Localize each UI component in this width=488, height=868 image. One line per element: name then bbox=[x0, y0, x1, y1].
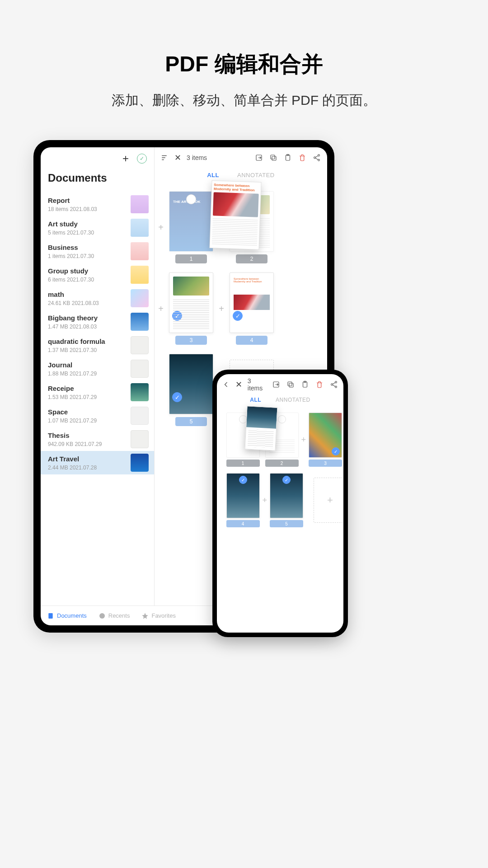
page-number: 1 bbox=[175, 254, 207, 263]
select-ring-checked[interactable] bbox=[332, 447, 340, 455]
document-thumb bbox=[131, 454, 149, 472]
document-item[interactable]: Journal1.88 MB 2021.07.29 bbox=[41, 357, 154, 380]
copy-icon[interactable] bbox=[286, 380, 295, 389]
document-item[interactable]: math24.61 KB 2021.08.03 bbox=[41, 286, 154, 310]
back-icon[interactable] bbox=[222, 380, 230, 389]
insert-slot[interactable]: + bbox=[301, 435, 306, 445]
trash-icon[interactable] bbox=[315, 380, 324, 389]
trash-icon[interactable] bbox=[298, 154, 306, 162]
document-thumb bbox=[131, 360, 149, 378]
nav-label: Favorites bbox=[151, 612, 175, 619]
document-meta: 24.61 KB 2021.08.03 bbox=[48, 300, 131, 306]
document-meta: 1.37 MB 2021.07.30 bbox=[48, 347, 131, 353]
page-number: 1 bbox=[226, 460, 260, 467]
dragging-page[interactable]: Somewhere between Modernity and Traditio… bbox=[209, 180, 261, 250]
document-thumb bbox=[131, 430, 149, 448]
document-name: Bigbang theory bbox=[48, 314, 131, 322]
grid-row: + 4 + 5 + + bbox=[217, 470, 343, 530]
insert-slot[interactable]: + bbox=[156, 222, 165, 233]
svg-rect-12 bbox=[288, 382, 292, 386]
add-button[interactable]: + bbox=[122, 152, 129, 165]
paste-icon[interactable] bbox=[284, 154, 292, 162]
document-name: Group study bbox=[48, 267, 131, 275]
document-meta: 2.44 MB 2021.07.28 bbox=[48, 464, 131, 471]
document-item[interactable]: Space1.07 MB 2021.07.29 bbox=[41, 404, 154, 427]
document-item[interactable]: Art study5 items 2021.07.30 bbox=[41, 216, 154, 239]
page-card[interactable]: 4 bbox=[226, 473, 260, 527]
select-ring[interactable] bbox=[278, 415, 286, 423]
page-card[interactable]: 5 bbox=[270, 473, 303, 527]
select-ring-checked[interactable] bbox=[239, 476, 247, 484]
hero-subtitle: 添加、删除、移动、简单合并 PDF 的页面。 bbox=[0, 91, 488, 110]
dragging-page[interactable] bbox=[245, 406, 278, 450]
close-icon[interactable]: ✕ bbox=[235, 380, 242, 389]
share-icon[interactable] bbox=[313, 154, 321, 162]
document-thumb bbox=[131, 383, 149, 401]
document-name: Receipe bbox=[48, 385, 131, 392]
share-icon[interactable] bbox=[330, 380, 338, 389]
select-ring-checked[interactable] bbox=[233, 311, 243, 321]
document-item[interactable]: Thesis942.09 KB 2021.07.29 bbox=[41, 427, 154, 451]
document-item[interactable]: Report18 items 2021.08.03 bbox=[41, 192, 154, 216]
document-name: Journal bbox=[48, 361, 131, 369]
page-thumb bbox=[309, 413, 342, 458]
sort-icon[interactable] bbox=[161, 154, 169, 162]
page-thumb bbox=[270, 473, 303, 518]
document-name: math bbox=[48, 291, 131, 298]
page-card[interactable]: 5 bbox=[169, 354, 213, 426]
content-toolbar: ✕ 3 items bbox=[155, 147, 327, 165]
document-meta: 942.09 KB 2021.07.29 bbox=[48, 441, 131, 447]
tab-all[interactable]: ALL bbox=[207, 172, 219, 178]
add-page-slot[interactable]: + bbox=[314, 478, 343, 523]
nav-documents[interactable]: Documents bbox=[47, 612, 87, 619]
tab-annotated[interactable]: ANNOTATED bbox=[237, 172, 275, 178]
document-item[interactable]: Receipe1.53 MB 2021.07.29 bbox=[41, 380, 154, 404]
document-name: quadratic formula bbox=[48, 338, 131, 345]
document-name: Art Travel bbox=[48, 455, 131, 463]
sidebar-title: Documents bbox=[41, 165, 154, 192]
phone-screen: ✕ 3 items ALL bbox=[217, 374, 343, 633]
page-card[interactable]: 1 bbox=[169, 191, 213, 263]
document-meta: 6 items 2021.07.30 bbox=[48, 277, 131, 283]
document-name: Thesis bbox=[48, 432, 131, 439]
select-mode-button[interactable] bbox=[137, 154, 147, 164]
page-number: 5 bbox=[270, 520, 303, 527]
copy-icon[interactable] bbox=[269, 154, 277, 162]
page-thumb bbox=[169, 354, 213, 414]
insert-slot[interactable]: + bbox=[263, 496, 267, 505]
export-icon[interactable] bbox=[272, 380, 280, 389]
select-ring-checked[interactable] bbox=[172, 311, 182, 321]
filter-tabs: ALL ANNOTATED bbox=[217, 392, 343, 409]
document-meta: 18 items 2021.08.03 bbox=[48, 206, 131, 212]
document-item[interactable]: Group study6 items 2021.07.30 bbox=[41, 263, 154, 286]
export-icon[interactable] bbox=[255, 154, 263, 162]
select-ring-checked[interactable] bbox=[282, 476, 291, 484]
close-icon[interactable]: ✕ bbox=[174, 153, 181, 163]
nav-favorites[interactable]: Favorites bbox=[141, 612, 175, 619]
nav-recents[interactable]: Recents bbox=[99, 612, 130, 619]
add-page-thumb: + bbox=[314, 478, 343, 523]
paste-icon[interactable] bbox=[301, 380, 309, 389]
page-thumb bbox=[169, 191, 213, 252]
phone-device-frame: ✕ 3 items ALL bbox=[212, 370, 348, 637]
page-card[interactable]: 3 bbox=[309, 413, 342, 467]
page-card[interactable]: 3 bbox=[169, 272, 213, 345]
documents-icon bbox=[47, 612, 54, 619]
item-count: 3 items bbox=[248, 377, 267, 392]
page-card[interactable]: 4 bbox=[230, 272, 274, 345]
insert-slot[interactable]: + bbox=[156, 304, 165, 314]
document-list: Report18 items 2021.08.03Art study5 item… bbox=[41, 192, 154, 605]
select-ring[interactable] bbox=[186, 194, 196, 204]
document-item[interactable]: quadratic formula1.37 MB 2021.07.30 bbox=[41, 333, 154, 357]
page-number: 3 bbox=[175, 336, 207, 345]
document-item[interactable]: Art Travel2.44 MB 2021.07.28 bbox=[41, 451, 154, 474]
document-name: Report bbox=[48, 197, 131, 204]
select-ring-checked[interactable] bbox=[172, 392, 182, 402]
tab-all[interactable]: ALL bbox=[250, 397, 261, 403]
sidebar: + Documents Report18 items 2021.08.03Art… bbox=[41, 147, 155, 605]
insert-slot[interactable]: + bbox=[217, 304, 226, 314]
tab-annotated[interactable]: ANNOTATED bbox=[276, 397, 310, 403]
document-item[interactable]: Bigbang theory1.47 MB 2021.08.03 bbox=[41, 310, 154, 333]
document-item[interactable]: Business1 items 2021.07.30 bbox=[41, 239, 154, 263]
document-name: Business bbox=[48, 244, 131, 251]
